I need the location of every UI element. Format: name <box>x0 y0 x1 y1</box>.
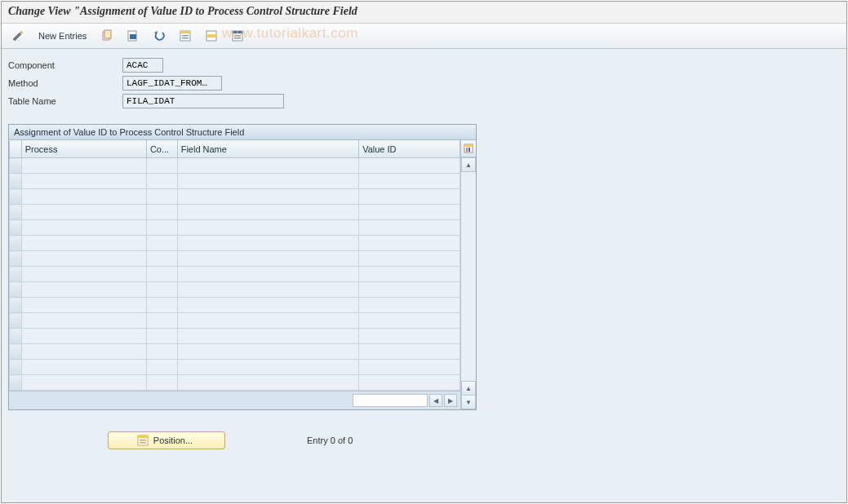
row-selector[interactable] <box>10 251 22 267</box>
cell[interactable] <box>359 205 460 220</box>
cell[interactable] <box>177 298 358 313</box>
table-row[interactable] <box>10 174 460 189</box>
row-selector[interactable] <box>10 174 22 189</box>
cell[interactable] <box>21 329 146 344</box>
copy-as-icon[interactable] <box>95 27 118 45</box>
cell[interactable] <box>177 375 358 391</box>
row-selector[interactable] <box>10 329 22 344</box>
row-selector[interactable] <box>10 360 22 375</box>
cell[interactable] <box>146 267 177 282</box>
cell[interactable] <box>359 298 460 313</box>
table-row[interactable] <box>10 267 460 282</box>
vscroll-down-icon[interactable]: ▼ <box>461 395 476 409</box>
cell[interactable] <box>146 236 177 251</box>
table-row[interactable] <box>10 220 460 236</box>
cell[interactable] <box>21 282 146 298</box>
cell[interactable] <box>359 220 460 236</box>
col-co-header[interactable]: Co... <box>146 141 177 158</box>
row-selector[interactable] <box>10 158 22 174</box>
cell[interactable] <box>177 329 358 344</box>
data-grid[interactable]: Process Co... Field Name Value ID <box>9 140 460 391</box>
new-entries-button[interactable]: New Entries <box>33 29 92 43</box>
cell[interactable] <box>177 189 358 205</box>
cell[interactable] <box>146 313 177 329</box>
cell[interactable] <box>146 205 177 220</box>
cell[interactable] <box>146 220 177 236</box>
cell[interactable] <box>146 158 177 174</box>
row-selector[interactable] <box>10 236 22 251</box>
row-selector[interactable] <box>10 189 22 205</box>
cell[interactable] <box>177 236 358 251</box>
row-selector-header[interactable] <box>10 141 22 158</box>
cell[interactable] <box>177 220 358 236</box>
cell[interactable] <box>177 344 358 360</box>
table-row[interactable] <box>10 158 460 174</box>
position-button[interactable]: Position... <box>108 431 225 449</box>
component-field[interactable] <box>122 58 163 73</box>
cell[interactable] <box>359 313 460 329</box>
cell[interactable] <box>359 344 460 360</box>
configure-columns-icon[interactable] <box>461 140 476 157</box>
cell[interactable] <box>21 298 146 313</box>
cell[interactable] <box>21 220 146 236</box>
cell[interactable] <box>146 282 177 298</box>
method-field[interactable] <box>122 76 222 91</box>
cell[interactable] <box>21 313 146 329</box>
table-row[interactable] <box>10 189 460 205</box>
cell[interactable] <box>359 174 460 189</box>
table-row[interactable] <box>10 282 460 298</box>
cell[interactable] <box>146 360 177 375</box>
table-row[interactable] <box>10 344 460 360</box>
cell[interactable] <box>177 251 358 267</box>
table-row[interactable] <box>10 313 460 329</box>
cell[interactable] <box>177 174 358 189</box>
table-name-field[interactable] <box>122 94 284 108</box>
cell[interactable] <box>21 344 146 360</box>
cell[interactable] <box>21 375 146 391</box>
vscroll-up-icon[interactable]: ▲ <box>461 157 476 172</box>
row-selector[interactable] <box>10 344 22 360</box>
cell[interactable] <box>146 344 177 360</box>
cell[interactable] <box>21 251 146 267</box>
row-selector[interactable] <box>10 267 22 282</box>
row-selector[interactable] <box>10 298 22 313</box>
cell[interactable] <box>177 267 358 282</box>
cell[interactable] <box>146 298 177 313</box>
cell[interactable] <box>359 329 460 344</box>
cell[interactable] <box>359 282 460 298</box>
cell[interactable] <box>146 174 177 189</box>
table-row[interactable] <box>10 360 460 375</box>
table-row[interactable] <box>10 298 460 313</box>
hscroll-left-icon[interactable]: ◀ <box>429 394 442 407</box>
table-row[interactable] <box>10 205 460 220</box>
cell[interactable] <box>359 251 460 267</box>
hscroll-track[interactable] <box>353 394 428 407</box>
cell[interactable] <box>21 189 146 205</box>
row-selector[interactable] <box>10 220 22 236</box>
cell[interactable] <box>177 360 358 375</box>
cell[interactable] <box>146 189 177 205</box>
table-row[interactable] <box>10 329 460 344</box>
table-row[interactable] <box>10 375 460 391</box>
vscroll[interactable]: ▲ ▲ ▼ <box>461 157 476 409</box>
toggle-display-change-icon[interactable] <box>7 27 29 45</box>
cell[interactable] <box>359 158 460 174</box>
row-selector[interactable] <box>10 375 22 391</box>
select-block-icon[interactable] <box>200 27 223 45</box>
col-process-header[interactable]: Process <box>21 141 146 158</box>
cell[interactable] <box>359 360 460 375</box>
cell[interactable] <box>146 251 177 267</box>
cell[interactable] <box>359 189 460 205</box>
col-value-id-header[interactable]: Value ID <box>359 141 460 158</box>
cell[interactable] <box>359 375 460 391</box>
row-selector[interactable] <box>10 205 22 220</box>
cell[interactable] <box>21 158 146 174</box>
cell[interactable] <box>146 375 177 391</box>
col-field-name-header[interactable]: Field Name <box>177 141 358 158</box>
cell[interactable] <box>21 236 146 251</box>
hscroll-right-icon[interactable]: ▶ <box>444 394 457 407</box>
vscroll-up2-icon[interactable]: ▲ <box>461 381 476 396</box>
cell[interactable] <box>177 158 358 174</box>
cell[interactable] <box>359 236 460 251</box>
table-row[interactable] <box>10 251 460 267</box>
